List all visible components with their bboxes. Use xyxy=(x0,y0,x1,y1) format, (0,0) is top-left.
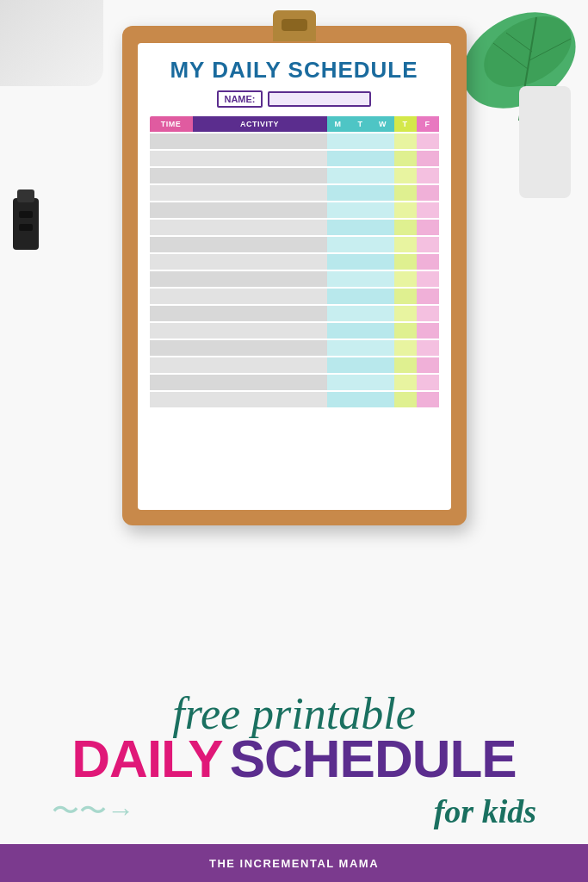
name-label: NAME: xyxy=(217,90,262,108)
td-thursday xyxy=(394,374,417,391)
td-activity xyxy=(193,236,327,253)
td-monday xyxy=(327,202,350,219)
td-monday xyxy=(327,270,350,288)
td-wednesday xyxy=(372,322,394,339)
td-time xyxy=(150,374,193,391)
td-friday xyxy=(417,322,439,339)
td-time xyxy=(150,253,193,270)
td-tuesday xyxy=(350,391,372,408)
wavy-line-icon: 〜〜→ xyxy=(52,792,134,830)
td-tuesday xyxy=(350,133,372,150)
td-friday xyxy=(417,202,439,219)
td-activity xyxy=(193,202,327,219)
th-monday: M xyxy=(327,116,350,133)
td-tuesday xyxy=(350,305,372,322)
td-tuesday xyxy=(350,236,372,253)
device-decoration xyxy=(519,86,571,198)
table-row xyxy=(150,219,439,236)
td-wednesday xyxy=(372,133,394,150)
td-wednesday xyxy=(372,339,394,357)
for-kids-text: for kids xyxy=(434,792,536,830)
td-friday xyxy=(417,305,439,322)
td-activity xyxy=(193,219,327,236)
td-friday xyxy=(417,391,439,408)
td-wednesday xyxy=(372,236,394,253)
td-activity xyxy=(193,133,327,150)
td-activity xyxy=(193,184,327,202)
td-wednesday xyxy=(372,270,394,288)
td-wednesday xyxy=(372,150,394,167)
name-input-box[interactable] xyxy=(268,91,371,107)
td-thursday xyxy=(394,288,417,305)
td-activity xyxy=(193,339,327,357)
table-row xyxy=(150,339,439,357)
footer-text: THE INCREMENTAL MAMA xyxy=(209,857,379,870)
td-wednesday xyxy=(372,219,394,236)
td-time xyxy=(150,391,193,408)
td-time xyxy=(150,184,193,202)
th-thursday: T xyxy=(394,116,417,133)
td-activity xyxy=(193,374,327,391)
clipboard-paper: MY DAILY SCHEDULE NAME: TIME ACTIVITY M … xyxy=(138,43,451,510)
td-friday xyxy=(417,219,439,236)
td-friday xyxy=(417,184,439,202)
td-activity xyxy=(193,391,327,408)
td-thursday xyxy=(394,184,417,202)
th-wednesday: W xyxy=(372,116,394,133)
td-wednesday xyxy=(372,357,394,374)
td-thursday xyxy=(394,167,417,184)
th-activity: ACTIVITY xyxy=(193,116,327,133)
table-row xyxy=(150,391,439,408)
table-row xyxy=(150,184,439,202)
td-friday xyxy=(417,167,439,184)
td-tuesday xyxy=(350,288,372,305)
td-monday xyxy=(327,374,350,391)
td-friday xyxy=(417,253,439,270)
td-friday xyxy=(417,133,439,150)
table-row xyxy=(150,270,439,288)
td-wednesday xyxy=(372,391,394,408)
wavy-arrow-row: 〜〜→ for kids xyxy=(34,792,554,830)
td-monday xyxy=(327,339,350,357)
td-time xyxy=(150,219,193,236)
td-monday xyxy=(327,236,350,253)
table-row xyxy=(150,305,439,322)
table-row xyxy=(150,357,439,374)
td-wednesday xyxy=(372,288,394,305)
clipboard-board: MY DAILY SCHEDULE NAME: TIME ACTIVITY M … xyxy=(122,26,467,525)
table-header-row: TIME ACTIVITY M T W T F xyxy=(150,116,439,133)
td-monday xyxy=(327,305,350,322)
td-friday xyxy=(417,150,439,167)
td-time xyxy=(150,322,193,339)
td-time xyxy=(150,133,193,150)
th-time: TIME xyxy=(150,116,193,133)
td-thursday xyxy=(394,322,417,339)
table-row xyxy=(150,253,439,270)
bottom-section: free printable DAILY SCHEDULE 〜〜→ for ki… xyxy=(0,692,588,830)
td-thursday xyxy=(394,339,417,357)
td-wednesday xyxy=(372,253,394,270)
table-row xyxy=(150,322,439,339)
td-wednesday xyxy=(372,167,394,184)
table-row xyxy=(150,236,439,253)
td-activity xyxy=(193,150,327,167)
td-time xyxy=(150,202,193,219)
td-time xyxy=(150,167,193,184)
td-monday xyxy=(327,184,350,202)
td-tuesday xyxy=(350,339,372,357)
td-time xyxy=(150,270,193,288)
td-activity xyxy=(193,167,327,184)
td-wednesday xyxy=(372,202,394,219)
td-time xyxy=(150,339,193,357)
laptop-decoration xyxy=(0,0,103,86)
td-thursday xyxy=(394,133,417,150)
td-friday xyxy=(417,374,439,391)
td-monday xyxy=(327,167,350,184)
schedule-tbody xyxy=(150,133,439,408)
td-monday xyxy=(327,150,350,167)
td-thursday xyxy=(394,305,417,322)
td-tuesday xyxy=(350,322,372,339)
footer-bar: THE INCREMENTAL MAMA xyxy=(0,844,588,882)
td-friday xyxy=(417,339,439,357)
td-time xyxy=(150,150,193,167)
